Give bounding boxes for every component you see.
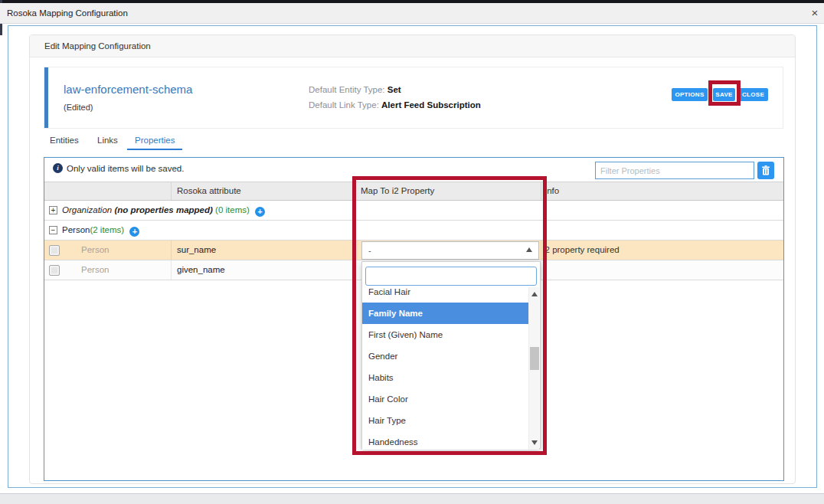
group-name: Organization xyxy=(62,205,112,214)
column-separator xyxy=(541,260,541,280)
group-count: (2 items) xyxy=(90,225,124,234)
close-icon[interactable]: × xyxy=(807,5,822,21)
column-header-map-to-i2-property: Map To i2 Property xyxy=(361,182,434,200)
dialog-title: Rosoka Mapping Configuration xyxy=(7,3,128,23)
column-separator xyxy=(541,241,541,260)
schema-accent-bar xyxy=(44,67,48,128)
column-separator xyxy=(541,182,541,200)
dropdown-item[interactable]: Habits xyxy=(362,367,529,388)
dropdown-scrollbar[interactable] xyxy=(528,287,539,450)
add-mapping-icon[interactable]: + xyxy=(255,207,265,217)
row-checkbox[interactable] xyxy=(49,265,60,276)
dropdown-item[interactable]: Handedness xyxy=(362,431,529,450)
cell-rosoka-attribute: given_name xyxy=(177,260,225,280)
tab-entities[interactable]: Entities xyxy=(50,136,79,145)
column-separator xyxy=(355,182,355,200)
cell-entity-type: Person xyxy=(81,241,109,260)
scrollbar-thumb[interactable] xyxy=(530,347,539,370)
schema-name: law-enforcement-schema xyxy=(64,83,192,96)
table-header-row: Rosoka attribute Map To i2 Property Info xyxy=(44,182,783,201)
save-button[interactable]: SAVE xyxy=(713,88,735,101)
info-icon: i xyxy=(53,163,63,173)
dropdown-item[interactable]: Facial Hair xyxy=(362,287,529,303)
filter-properties-input[interactable] xyxy=(595,162,754,179)
edit-mapping-title: Edit Mapping Configuration xyxy=(44,35,151,57)
window-bottom-strip xyxy=(0,493,824,504)
add-mapping-icon[interactable]: + xyxy=(129,227,139,237)
group-row-organization-label: Organization (no properties mapped) (0 i… xyxy=(62,201,265,220)
collapse-icon[interactable]: − xyxy=(49,226,57,234)
group-name: Person xyxy=(62,225,90,234)
dropdown-item-selected[interactable]: Family Name xyxy=(362,303,529,324)
chevron-up-icon xyxy=(526,247,532,252)
trash-icon xyxy=(761,165,770,175)
cell-info: i2 property required xyxy=(543,241,620,260)
default-entity-type-label: Default Entity Type: xyxy=(309,85,385,94)
column-header-rosoka-attribute: Rosoka attribute xyxy=(177,182,241,200)
schema-card: law-enforcement-schema (Edited) Default … xyxy=(44,67,783,129)
column-separator xyxy=(171,241,172,260)
schema-status: (Edited) xyxy=(64,103,93,112)
group-row-person-label: Person(2 items) + xyxy=(62,221,139,240)
select-value: - xyxy=(368,242,371,259)
clear-filter-button[interactable] xyxy=(757,162,774,179)
scroll-up-button[interactable] xyxy=(529,287,540,301)
map-property-select[interactable]: - xyxy=(361,241,539,260)
tab-links[interactable]: Links xyxy=(97,136,118,145)
cell-entity-type: Person xyxy=(81,260,109,280)
dropdown-item[interactable]: Hair Color xyxy=(362,388,529,410)
table-notice: Only valid items will be saved. xyxy=(67,160,184,177)
dialog-titlebar: Rosoka Mapping Configuration × xyxy=(0,3,824,24)
property-dropdown: Facial Hair Family Name First (Given) Na… xyxy=(361,261,541,449)
row-checkbox[interactable] xyxy=(49,245,60,256)
group-row-person: − Person(2 items) + xyxy=(44,221,783,241)
expand-icon[interactable]: + xyxy=(49,206,57,214)
column-separator xyxy=(171,182,172,200)
default-entity-type-value: Set xyxy=(387,85,401,94)
scroll-down-button[interactable] xyxy=(529,436,540,450)
group-count: (0 items) xyxy=(215,205,250,214)
default-entity-type: Default Entity Type: Set xyxy=(309,85,401,94)
cell-rosoka-attribute: sur_name xyxy=(177,241,216,260)
default-link-type-label: Default Link Type: xyxy=(309,100,379,110)
column-header-info: Info xyxy=(544,182,559,200)
column-separator xyxy=(171,260,172,280)
group-note: (no properties mapped) xyxy=(114,205,212,214)
close-button[interactable]: CLOSE xyxy=(738,88,768,101)
default-link-type: Default Link Type: Alert Feed Subscripti… xyxy=(309,100,481,110)
tab-active-underline xyxy=(127,149,182,150)
options-button[interactable]: OPTIONS xyxy=(672,88,708,101)
default-link-type-value: Alert Feed Subscription xyxy=(381,100,481,110)
dropdown-list: Facial Hair Family Name First (Given) Na… xyxy=(362,287,540,450)
tab-properties[interactable]: Properties xyxy=(135,136,175,145)
triangle-up-icon xyxy=(531,292,538,296)
group-row-organization: + Organization (no properties mapped) (0… xyxy=(44,201,783,221)
triangle-down-icon xyxy=(531,440,538,445)
dropdown-item[interactable]: Hair Type xyxy=(362,410,529,431)
dropdown-search-input[interactable] xyxy=(365,267,537,286)
dropdown-item[interactable]: First (Given) Name xyxy=(362,324,529,345)
edit-mapping-panel-header: Edit Mapping Configuration xyxy=(30,35,795,57)
dropdown-item[interactable]: Gender xyxy=(362,345,529,367)
